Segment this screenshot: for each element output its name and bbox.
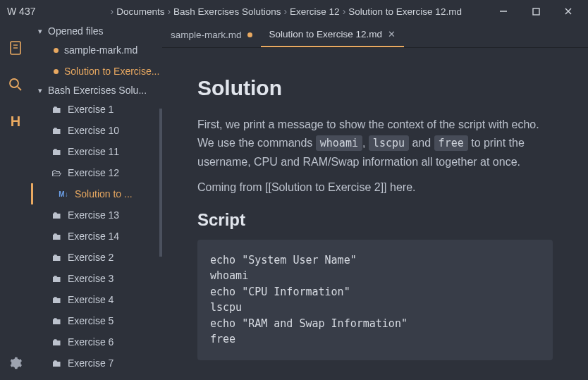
inline-code: whoami	[316, 135, 362, 151]
folder-icon: 🖿	[51, 357, 62, 369]
editor-pane: sample-mark.md Solution to Exercise 12.m…	[162, 23, 588, 380]
sidebar-section-opened[interactable]: ▾ Opened files	[31, 23, 162, 39]
doc-para2: Coming from [[Solution to Exercise 2]] h…	[197, 178, 553, 197]
doc-para1: First, we print a message to show the co…	[197, 116, 553, 171]
file-item-active[interactable]: M↓Solution to ...	[31, 183, 162, 204]
chevron-right-icon: ›	[167, 6, 171, 17]
folder-label: Exercise 1	[68, 104, 114, 115]
folder-label: Exercise 7	[68, 357, 114, 369]
folder-icon: 🖿	[51, 231, 62, 242]
folder-label: Exercise 5	[68, 315, 114, 326]
folder-icon: 🖿	[51, 146, 62, 157]
heading-icon[interactable]: H	[6, 111, 25, 131]
markdown-icon: M↓	[58, 190, 69, 198]
folder-item[interactable]: 🖿Exercise 6	[31, 331, 162, 353]
close-icon[interactable]: ✕	[388, 29, 396, 39]
document-content: Solution First, we print a message to sh…	[162, 48, 588, 380]
folder-icon: 🖿	[51, 294, 62, 305]
breadcrumb-item[interactable]: Exercise 12	[290, 6, 340, 17]
folder-label: Exercise 10	[68, 125, 119, 136]
folder-item[interactable]: 🖿Exercise 11	[31, 141, 162, 162]
folder-item[interactable]: 🖿Exercise 10	[31, 120, 162, 141]
minimize-button[interactable]	[488, 1, 519, 21]
svg-point-7	[10, 79, 18, 87]
svg-line-8	[18, 87, 21, 90]
folder-icon: 🖿	[51, 252, 62, 263]
files-icon[interactable]	[6, 38, 25, 58]
folder-label: Exercise 2	[68, 252, 114, 263]
dirty-dot-icon	[247, 32, 252, 37]
folder-item[interactable]: 🖿Exercise 14	[31, 226, 162, 247]
svg-rect-1	[533, 8, 539, 15]
folder-item[interactable]: 🖿Exercise 7	[31, 353, 162, 374]
breadcrumb-item[interactable]: Documents	[116, 6, 164, 17]
opened-file-item[interactable]: sample-mark.md	[31, 39, 162, 61]
folder-item[interactable]: 🖿Exercise 5	[31, 310, 162, 331]
opened-file-item[interactable]: Solution to Exercise...	[31, 61, 162, 82]
folder-label: Exercise 6	[68, 336, 114, 348]
sidebar-section-project[interactable]: ▾ Bash Exercises Solu...	[31, 82, 162, 99]
folder-icon: 🖿	[51, 273, 62, 284]
folder-label: Exercise 3	[68, 273, 114, 284]
folder-icon: 🖿	[51, 125, 62, 136]
window-title: W 437	[7, 6, 35, 17]
folder-item-open[interactable]: 🗁Exercise 12	[31, 162, 162, 183]
inline-code: free	[434, 135, 468, 151]
folder-label: Exercise 4	[68, 294, 114, 305]
doc-text: ,	[362, 137, 369, 149]
chevron-down-icon: ▾	[35, 86, 45, 95]
folder-icon: 🖿	[51, 336, 62, 348]
sidebar: ▾ Opened files sample-mark.md Solution t…	[31, 23, 162, 380]
folder-item[interactable]: 🖿Exercise 1	[31, 99, 162, 120]
search-icon[interactable]	[6, 75, 25, 94]
folder-label: Exercise 14	[68, 231, 119, 242]
chevron-down-icon: ▾	[35, 27, 45, 36]
tab-label: sample-mark.md	[171, 30, 242, 40]
folder-item[interactable]: 🖿Exercise 2	[31, 247, 162, 268]
tab-sample-mark[interactable]: sample-mark.md	[162, 23, 261, 47]
maximize-button[interactable]	[520, 1, 551, 21]
tab-solution[interactable]: Solution to Exercise 12.md ✕	[261, 23, 405, 47]
folder-label: Exercise 12	[68, 167, 119, 178]
breadcrumb-item[interactable]: Solution to Exercise 12.md	[348, 6, 462, 17]
tab-label: Solution to Exercise 12.md	[269, 29, 383, 39]
folder-item[interactable]: 🖿Exercise 4	[31, 289, 162, 310]
folder-item[interactable]: 🖿Exercise 13	[31, 204, 162, 226]
dirty-dot-icon	[54, 48, 59, 53]
close-button[interactable]	[553, 1, 584, 21]
section-label: Bash Exercises Solu...	[48, 85, 147, 96]
folder-label: Exercise 11	[68, 146, 119, 157]
breadcrumb-item[interactable]: Bash Exercises Solutions	[173, 6, 281, 17]
activity-bar: H	[0, 23, 31, 380]
breadcrumb: › Documents › Bash Exercises Solutions ›…	[110, 6, 461, 17]
folder-item[interactable]: 🖿Exercise 3	[31, 268, 162, 289]
file-label: sample-mark.md	[64, 44, 137, 56]
folder-open-icon: 🗁	[51, 167, 62, 178]
chevron-right-icon: ›	[343, 6, 346, 17]
doc-h2: Script	[197, 210, 553, 230]
doc-text: and	[409, 137, 434, 149]
chevron-right-icon: ›	[110, 6, 114, 17]
chevron-right-icon: ›	[283, 6, 287, 17]
file-label: Solution to ...	[75, 188, 133, 200]
inline-code: lscpu	[369, 135, 409, 151]
folder-icon: 🖿	[51, 315, 62, 326]
doc-h1: Solution	[197, 76, 553, 100]
dirty-dot-icon	[54, 69, 59, 74]
folder-label: Exercise 13	[68, 209, 119, 221]
folder-icon: 🖿	[51, 104, 62, 115]
code-block: echo "System User Name" whoami echo "CPU…	[197, 240, 553, 360]
section-label: Opened files	[48, 25, 104, 37]
editor-tabs: sample-mark.md Solution to Exercise 12.m…	[162, 23, 588, 48]
settings-icon[interactable]	[6, 353, 25, 373]
file-label: Solution to Exercise...	[64, 66, 159, 77]
folder-icon: 🖿	[51, 209, 62, 221]
